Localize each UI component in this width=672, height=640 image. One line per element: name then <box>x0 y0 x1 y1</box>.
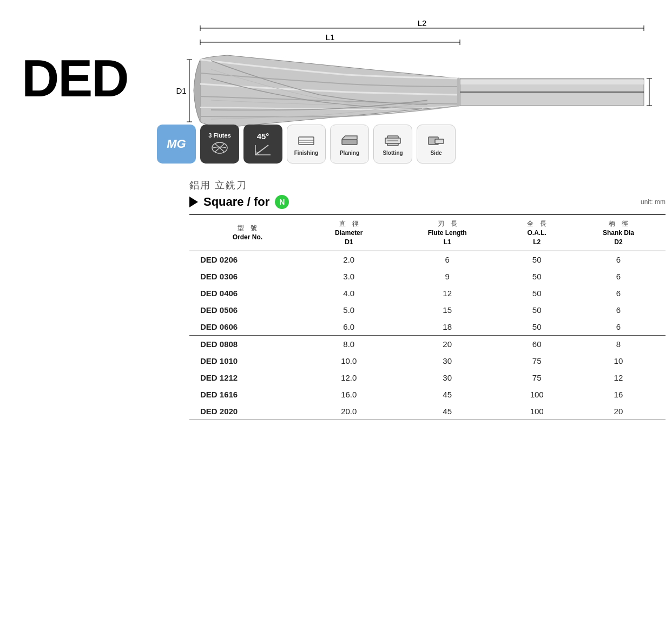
col-header-order: 型 號 Order No. <box>189 215 306 251</box>
table-row: DED 03063.09506 <box>189 268 666 285</box>
cell-d2: 20 <box>571 403 666 420</box>
badge-row: MG 3 Flutes 45° Finishing <box>157 125 456 164</box>
cell-l1: 30 <box>392 352 503 369</box>
slotting-icon <box>383 133 403 149</box>
badge-finishing: Finishing <box>287 125 326 164</box>
slotting-label: Slotting <box>383 150 403 156</box>
badge-planing: Planing <box>330 125 369 164</box>
section-title: Square / for <box>203 195 269 209</box>
cell-l1: 9 <box>392 268 503 285</box>
product-table: 型 號 Order No. 直 徑 Diameter D1 刃 長 Flute … <box>189 214 666 420</box>
cell-d1: 10.0 <box>306 352 392 369</box>
cell-order_no: DED 2020 <box>189 403 306 420</box>
section-header: Square / for N unit: mm <box>189 195 666 209</box>
mg-label: MG <box>167 137 186 151</box>
cell-order_no: DED 0406 <box>189 285 306 302</box>
cell-l2: 100 <box>503 403 571 420</box>
table-row: DED 161616.04510016 <box>189 386 666 403</box>
col-header-d2: 柄 徑 Shank Dia D2 <box>571 215 666 251</box>
cell-l1: 45 <box>392 386 503 403</box>
cell-l2: 50 <box>503 251 571 269</box>
badge-mg: MG <box>157 125 196 164</box>
svg-rect-17 <box>460 80 644 84</box>
cell-l1: 30 <box>392 369 503 386</box>
table-row: DED 08088.020608 <box>189 336 666 353</box>
cell-d1: 4.0 <box>306 285 392 302</box>
badge-side: Side <box>417 125 456 164</box>
n-badge: N <box>275 195 289 209</box>
cell-l1: 18 <box>392 318 503 336</box>
col-header-d1: 直 徑 Diameter D1 <box>306 215 392 251</box>
cell-order_no: DED 0306 <box>189 268 306 285</box>
angle-label: 45° <box>257 132 269 141</box>
cell-d2: 10 <box>571 352 666 369</box>
planing-label: Planing <box>340 150 359 156</box>
cell-l2: 50 <box>503 302 571 318</box>
table-row: DED 02062.06506 <box>189 251 666 269</box>
cell-order_no: DED 1616 <box>189 386 306 403</box>
finishing-icon <box>297 133 316 149</box>
svg-rect-31 <box>435 139 444 143</box>
cell-l2: 75 <box>503 369 571 386</box>
cell-l1: 12 <box>392 285 503 302</box>
cell-l2: 60 <box>503 336 571 353</box>
cell-d2: 6 <box>571 302 666 318</box>
badge-slotting: Slotting <box>373 125 412 164</box>
table-row: DED 05065.015506 <box>189 302 666 318</box>
col-header-l2: 全 長 O.A.L. L2 <box>503 215 571 251</box>
cell-l1: 20 <box>392 336 503 353</box>
svg-text:L2: L2 <box>418 18 427 28</box>
table-row: DED 04064.012506 <box>189 285 666 302</box>
tool-diagram: L2 L1 D1 D2 <box>157 16 655 141</box>
cell-l1: 45 <box>392 403 503 420</box>
badge-45deg: 45° <box>243 125 282 164</box>
chinese-title: 鋁用 立銑刀 <box>189 179 666 192</box>
cell-order_no: DED 0206 <box>189 251 306 269</box>
table-row: DED 101010.0307510 <box>189 352 666 369</box>
cell-d2: 6 <box>571 268 666 285</box>
col-header-l1: 刃 長 Flute Length L1 <box>392 215 503 251</box>
svg-text:L1: L1 <box>326 32 335 42</box>
flutes-icon <box>210 140 229 156</box>
cell-d1: 6.0 <box>306 318 392 336</box>
cell-l2: 75 <box>503 352 571 369</box>
cell-order_no: DED 1212 <box>189 369 306 386</box>
table-row: DED 06066.018506 <box>189 318 666 336</box>
cell-d1: 8.0 <box>306 336 392 353</box>
cell-d2: 6 <box>571 251 666 269</box>
cell-l2: 50 <box>503 318 571 336</box>
cell-l1: 6 <box>392 251 503 269</box>
cell-d1: 3.0 <box>306 268 392 285</box>
cell-d1: 5.0 <box>306 302 392 318</box>
angle-icon <box>253 142 273 157</box>
table-header-row: 型 號 Order No. 直 徑 Diameter D1 刃 長 Flute … <box>189 215 666 251</box>
badge-3flutes: 3 Flutes <box>200 125 239 164</box>
cell-l2: 100 <box>503 386 571 403</box>
cell-d2: 12 <box>571 369 666 386</box>
unit-text: unit: mm <box>641 198 666 206</box>
cell-order_no: DED 0606 <box>189 318 306 336</box>
cell-d1: 16.0 <box>306 386 392 403</box>
svg-rect-26 <box>342 139 357 145</box>
cell-order_no: DED 1010 <box>189 352 306 369</box>
finishing-label: Finishing <box>294 150 318 156</box>
product-title: DED <box>22 49 128 108</box>
cell-d1: 12.0 <box>306 369 392 386</box>
cell-d2: 16 <box>571 386 666 403</box>
cell-l2: 50 <box>503 268 571 285</box>
svg-line-22 <box>255 145 268 155</box>
cell-d2: 6 <box>571 318 666 336</box>
cell-d2: 8 <box>571 336 666 353</box>
svg-rect-23 <box>299 137 314 145</box>
cell-l2: 50 <box>503 285 571 302</box>
side-label: Side <box>430 150 442 156</box>
table-row: DED 121212.0307512 <box>189 369 666 386</box>
cell-l1: 15 <box>392 302 503 318</box>
side-icon <box>426 133 446 149</box>
cell-d2: 6 <box>571 285 666 302</box>
svg-text:D1: D1 <box>176 86 186 95</box>
content-area: 鋁用 立銑刀 Square / for N unit: mm 型 號 Order… <box>189 179 666 420</box>
cell-d1: 20.0 <box>306 403 392 420</box>
flutes-label: 3 Flutes <box>208 132 231 139</box>
cell-d1: 2.0 <box>306 251 392 269</box>
